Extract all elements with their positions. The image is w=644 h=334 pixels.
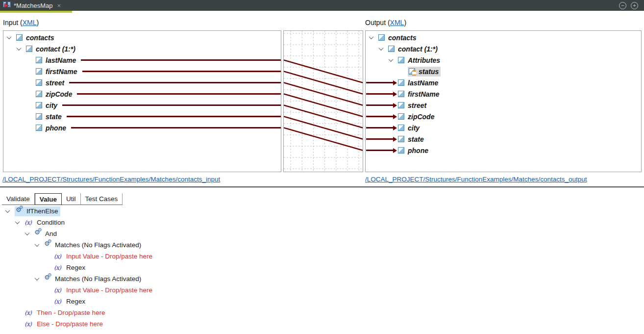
xml-element-icon xyxy=(36,57,42,63)
tab-test-cases[interactable]: Test Cases xyxy=(81,193,123,205)
expression-icon: (x) xyxy=(54,253,64,260)
fn-item-regex-2[interactable]: (x) Regex xyxy=(0,296,644,307)
connection-arrow xyxy=(366,116,394,117)
chevron-down-icon[interactable] xyxy=(25,232,34,235)
fn-item-label: Else - Drop/paste here xyxy=(37,320,103,328)
tree-item-contacts[interactable]: contacts xyxy=(366,32,641,43)
tree-item-street[interactable]: street xyxy=(3,77,281,88)
fn-item-else[interactable]: (x) Else - Drop/paste here xyxy=(0,318,644,330)
connection-arrow xyxy=(366,82,394,83)
tree-item-label: phone xyxy=(46,124,66,132)
expression-icon: (x) xyxy=(54,286,64,294)
fn-item-input-value-1[interactable]: (x) Input Value - Drop/paste here xyxy=(0,251,644,262)
tree-item-label: phone xyxy=(408,147,428,154)
tree-item-phone[interactable]: phone xyxy=(366,145,641,156)
fn-item-input-value-2[interactable]: (x) Input Value - Drop/paste here xyxy=(0,284,644,296)
fn-item-label: Regex xyxy=(66,264,85,271)
tree-item-street[interactable]: street xyxy=(366,100,641,111)
tree-item-city[interactable]: city xyxy=(366,122,641,133)
expression-icon: (x) xyxy=(54,264,64,271)
tree-item-label: lastName xyxy=(408,79,438,87)
tree-item-contact[interactable]: contact (1:*) xyxy=(366,43,641,54)
fn-item-then[interactable]: (x) Then - Drop/paste here xyxy=(0,307,644,318)
xml-element-icon xyxy=(398,91,404,97)
fn-item-label: IfThenElse xyxy=(26,207,58,215)
fn-item-matches-1[interactable]: Matches (No Flags Activated) xyxy=(0,239,644,251)
tree-item-label: state xyxy=(408,135,424,143)
tree-item-lastname[interactable]: lastName xyxy=(366,77,641,88)
collapse-all-icon[interactable]: − xyxy=(619,2,626,9)
chevron-down-icon[interactable] xyxy=(35,243,44,247)
tree-item-label: status xyxy=(419,68,439,76)
chevron-down-icon[interactable] xyxy=(379,47,388,51)
xml-element-icon xyxy=(36,102,42,108)
chevron-down-icon[interactable] xyxy=(35,277,44,281)
horizontal-splitter[interactable] xyxy=(0,186,644,188)
zoom-controls: − + xyxy=(619,2,644,9)
tree-item-label: Attributes xyxy=(408,56,440,64)
tree-item-zipcode[interactable]: zipCode xyxy=(3,88,281,100)
chevron-down-icon[interactable] xyxy=(16,221,25,224)
tree-item-label: street xyxy=(408,102,426,109)
tree-item-phone[interactable]: phone xyxy=(3,122,281,133)
input-xml-link[interactable]: XML xyxy=(23,19,37,26)
xml-element-icon xyxy=(36,68,42,75)
tree-item-label: contacts xyxy=(26,34,54,42)
xml-element-icon xyxy=(36,79,42,86)
chevron-down-icon[interactable] xyxy=(7,36,16,39)
input-structure-panel: contacts contact (1:*) lastName firstNam… xyxy=(3,30,281,172)
input-header-suffix: ) xyxy=(37,19,39,26)
tree-item-contact[interactable]: contact (1:*) xyxy=(3,43,281,54)
tree-item-zipcode[interactable]: zipCode xyxy=(366,111,641,122)
tree-item-firstname[interactable]: firstName xyxy=(3,66,281,77)
chevron-down-icon[interactable] xyxy=(6,209,15,213)
mapforce-mapping-icon xyxy=(3,1,11,10)
xml-element-icon xyxy=(398,136,404,142)
output-structure-path-link[interactable]: /LOCAL_PROJECT/Structures/FunctionExampl… xyxy=(365,176,587,183)
fn-item-ifthenelse[interactable]: IfThenElse xyxy=(0,206,644,217)
tree-item-firstname[interactable]: firstName xyxy=(366,88,641,100)
xml-element-icon xyxy=(36,91,42,97)
connection-wire xyxy=(81,59,281,61)
xml-element-icon xyxy=(398,57,404,63)
document-tab-matchesmap[interactable]: *MatchesMap × xyxy=(0,0,65,11)
fn-item-regex-1[interactable]: (x) Regex xyxy=(0,262,644,273)
fn-item-condition[interactable]: (x) Condition xyxy=(0,217,644,228)
tab-validate[interactable]: Validate xyxy=(2,193,35,205)
tree-item-label: lastName xyxy=(46,56,76,64)
expression-icon: (x) xyxy=(25,219,34,226)
tree-item-contacts[interactable]: contacts xyxy=(3,32,281,43)
function-gears-icon xyxy=(34,230,43,238)
tree-item-status[interactable]: status xyxy=(366,66,641,77)
fn-item-label: Then - Drop/paste here xyxy=(37,309,105,316)
tab-value[interactable]: Value xyxy=(35,193,62,205)
output-xml-link[interactable]: XML xyxy=(390,19,404,26)
close-icon[interactable]: × xyxy=(57,2,61,9)
tree-item-city[interactable]: city xyxy=(3,100,281,111)
chevron-down-icon[interactable] xyxy=(17,47,26,51)
tree-item-label: city xyxy=(408,124,420,132)
connection-wire xyxy=(77,93,281,95)
tree-item-label: firstName xyxy=(408,90,440,98)
connection-lines xyxy=(284,31,363,172)
connection-arrow xyxy=(366,138,394,140)
output-pane-header: Output (XML) xyxy=(365,19,406,26)
selected-row-highlight: status xyxy=(408,67,441,77)
tab-util[interactable]: Util xyxy=(62,193,81,205)
tree-item-attributes[interactable]: Attributes xyxy=(366,54,641,66)
input-structure-path-link[interactable]: /LOCAL_PROJECT/Structures/FunctionExampl… xyxy=(2,176,220,183)
connection-wire xyxy=(67,116,281,117)
expression-icon: (x) xyxy=(25,309,34,316)
input-pane-header: Input (XML) xyxy=(3,19,39,26)
fn-item-and[interactable]: And xyxy=(0,228,644,239)
expression-icon: (x) xyxy=(54,298,64,305)
expand-all-icon[interactable]: + xyxy=(631,2,638,9)
tree-item-lastname[interactable]: lastName xyxy=(3,54,281,66)
tree-item-state[interactable]: state xyxy=(366,133,641,145)
tree-item-state[interactable]: state xyxy=(3,111,281,122)
chevron-down-icon[interactable] xyxy=(370,36,378,39)
mapping-canvas xyxy=(283,30,363,172)
chevron-down-icon[interactable] xyxy=(389,58,398,62)
xml-element-icon xyxy=(388,46,395,52)
fn-item-matches-2[interactable]: Matches (No Flags Activated) xyxy=(0,273,644,284)
